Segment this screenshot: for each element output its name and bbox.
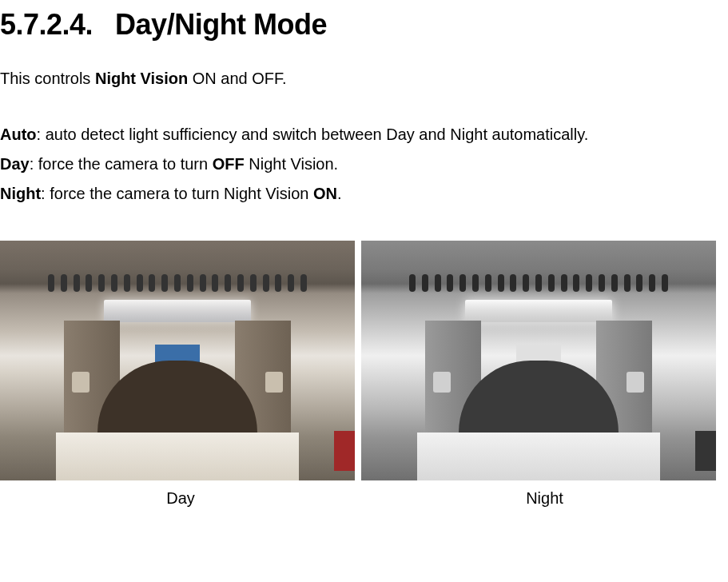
caption-night: Night — [361, 487, 728, 509]
bed — [56, 433, 299, 480]
mode-day-pre: : force the camera to turn — [30, 155, 213, 173]
captions-row: Day Night — [0, 487, 728, 509]
ceiling-light — [104, 300, 251, 322]
mode-day-bold: OFF — [213, 155, 245, 173]
night-image — [361, 241, 716, 480]
intro-suffix: ON and OFF. — [188, 70, 286, 87]
bed — [417, 433, 660, 480]
section-number: 5.7.2.4. — [0, 8, 93, 42]
label-tag — [334, 431, 355, 471]
intro-text: This controls Night Vision ON and OFF. — [0, 66, 728, 91]
mode-auto-text: : auto detect light sufficiency and swit… — [37, 126, 589, 143]
spiral-binding — [48, 274, 307, 292]
section-heading: 5.7.2.4.Day/Night Mode — [0, 0, 728, 66]
images-row — [0, 241, 728, 480]
modes-list: Auto: auto detect light sufficiency and … — [0, 120, 728, 209]
lamp-right — [627, 372, 644, 393]
headboard — [97, 361, 257, 433]
spiral-binding — [409, 274, 668, 292]
mode-day-post: Night Vision. — [245, 155, 338, 173]
lamp-right — [265, 372, 283, 393]
mode-day-label: Day — [0, 155, 30, 173]
ceiling-light — [465, 300, 612, 322]
mode-night-pre: : force the camera to turn Night Vision — [41, 185, 313, 202]
intro-bold: Night Vision — [95, 70, 188, 87]
mode-night-label: Night — [0, 185, 41, 202]
lamp-left — [433, 372, 451, 393]
mode-day: Day: force the camera to turn OFF Night … — [0, 149, 728, 179]
mode-night-post: . — [337, 185, 342, 202]
mode-night: Night: force the camera to turn Night Vi… — [0, 179, 728, 209]
mode-auto-label: Auto — [0, 126, 37, 143]
label-tag — [695, 431, 716, 471]
mode-auto: Auto: auto detect light sufficiency and … — [0, 120, 728, 149]
caption-day: Day — [0, 487, 361, 509]
section-title: Day/Night Mode — [115, 8, 327, 41]
lamp-left — [72, 372, 90, 393]
day-image — [0, 241, 355, 480]
intro-prefix: This controls — [0, 70, 95, 87]
headboard — [459, 361, 619, 433]
mode-night-bold: ON — [313, 185, 337, 202]
